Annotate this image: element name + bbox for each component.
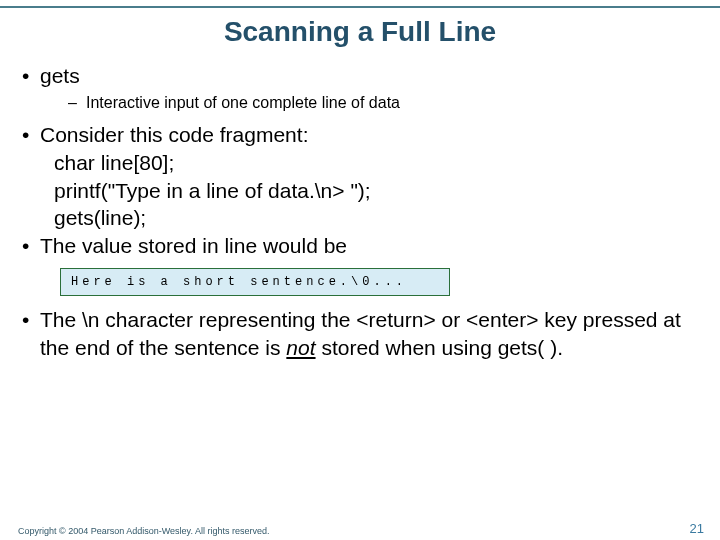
code-line-1: char line[80]; <box>18 149 702 177</box>
slide-body: gets Interactive input of one complete l… <box>0 62 720 361</box>
sub-list: Interactive input of one complete line o… <box>40 92 702 114</box>
copyright-footer: Copyright © 2004 Pearson Addison-Wesley.… <box>18 526 269 536</box>
top-rule <box>0 6 720 8</box>
code-line-3: gets(line); <box>18 204 702 232</box>
bullet-gets-text: gets <box>40 64 80 87</box>
bullet-list-3: The \n character representing the <retur… <box>18 306 702 361</box>
memory-diagram: Here is a short sentence.\0... <box>60 268 450 296</box>
note-not: not <box>286 336 315 359</box>
bullet-newline-note: The \n character representing the <retur… <box>18 306 702 361</box>
bullet-list-2: The value stored in line would be <box>18 232 702 260</box>
bullet-consider: Consider this code fragment: <box>18 121 702 149</box>
code-line-2: printf("Type in a line of data.\n> "); <box>18 177 702 205</box>
page-number: 21 <box>690 521 704 536</box>
note-post: stored when using gets( ). <box>316 336 563 359</box>
slide: Scanning a Full Line gets Interactive in… <box>0 6 720 540</box>
sub-bullet: Interactive input of one complete line o… <box>68 92 702 114</box>
slide-title: Scanning a Full Line <box>0 16 720 48</box>
bullet-gets: gets Interactive input of one complete l… <box>18 62 702 113</box>
bullet-value-stored: The value stored in line would be <box>18 232 702 260</box>
bullet-list: gets Interactive input of one complete l… <box>18 62 702 149</box>
